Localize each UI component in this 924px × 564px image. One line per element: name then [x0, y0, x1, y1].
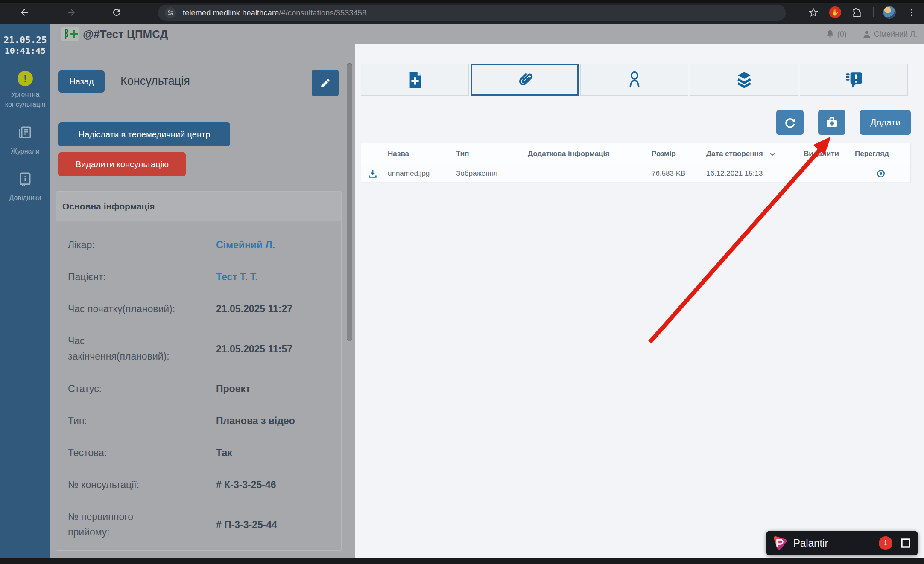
- camera-capture-button[interactable]: [818, 110, 845, 135]
- bookmark-star-icon[interactable]: [807, 6, 820, 19]
- attachments-panel: Додати Назва Тип Додаткова інформація Ро…: [355, 44, 924, 558]
- file-type: Зображення: [456, 169, 528, 178]
- sidebar-item-journals[interactable]: Журнали: [0, 124, 50, 156]
- adblock-extension-icon[interactable]: ✋: [829, 6, 841, 18]
- download-icon: [368, 169, 377, 178]
- browser-reload-icon[interactable]: [110, 6, 123, 19]
- browser-menu-icon[interactable]: [905, 6, 918, 19]
- paperclip-icon: [515, 70, 535, 90]
- browser-forward-icon[interactable]: [65, 6, 78, 19]
- pencil-icon: [320, 78, 331, 89]
- organization-name: @#Тест ЦПМСД: [83, 28, 168, 41]
- organization-title[interactable]: @#Тест ЦПМСД: [61, 27, 168, 41]
- extensions-puzzle-icon[interactable]: [851, 6, 863, 19]
- field-primary-visit-number: № первинного прийому: # П-3-3-25-44: [68, 501, 341, 549]
- field-consultation-number: № консультації: # К-3-3-25-46: [68, 469, 341, 501]
- add-attachment-button[interactable]: Додати: [860, 110, 911, 135]
- browser-toolbar: telemed.medlink.healthcare/#/consultatio…: [0, 0, 924, 24]
- sidebar-item-handbooks[interactable]: Довідники: [0, 171, 50, 203]
- user-icon: [862, 29, 871, 39]
- user-name: Сімейний Л.: [874, 30, 917, 39]
- edit-button[interactable]: [312, 70, 339, 96]
- urgent-exclamation-icon: !: [18, 71, 33, 86]
- medical-document-icon: [406, 70, 424, 90]
- sidebar-item-urgent-consultation[interactable]: ! Ургентна консультація: [0, 71, 50, 109]
- palantir-widget[interactable]: Palantir 1: [766, 531, 918, 555]
- eye-icon: [876, 169, 886, 178]
- file-created: 16.12.2021 15:13: [706, 169, 804, 178]
- tab-medical-document[interactable]: [361, 64, 469, 96]
- medical-org-icon: [61, 27, 79, 41]
- field-value: # К-3-3-25-46: [216, 479, 276, 491]
- window-bottom-edge: [0, 558, 924, 564]
- field-value-link[interactable]: Тест Т. Т.: [216, 271, 258, 283]
- url-text: telemed.medlink.healthcare/#/consultatio…: [183, 9, 366, 17]
- field-doctor: Лікар: Сімейний Л.: [68, 229, 341, 261]
- sort-desc-icon: [769, 151, 776, 157]
- col-extra[interactable]: Додаткова інформація: [528, 150, 652, 158]
- browser-back-icon[interactable]: [18, 6, 31, 19]
- handbook-icon: [17, 171, 34, 189]
- main-info-card: Основна інформація Лікар: Сімейний Л. Па…: [56, 191, 342, 551]
- download-file-button[interactable]: [361, 169, 388, 178]
- toolbar-divider: [873, 7, 874, 17]
- journals-icon: [17, 124, 34, 143]
- app-sidebar: 21.05.25 10:41:45 ! Ургентна консультаці…: [0, 24, 50, 558]
- back-button[interactable]: Назад: [58, 70, 105, 93]
- file-size: 76.583 KB: [652, 169, 706, 178]
- palantir-badge: 1: [879, 536, 892, 550]
- field-label: Час закінчення(плановий):: [68, 334, 216, 364]
- site-info-icon[interactable]: [165, 7, 176, 18]
- attachments-toolbar: Додати: [776, 110, 911, 135]
- attachment-row: unnamed.jpg Зображення 76.583 KB 16.12.2…: [361, 165, 910, 183]
- table-header-row: Назва Тип Додаткова інформація Розмір Да…: [361, 143, 910, 165]
- field-start-time: Час початку(плановий): 21.05.2025 11:27: [68, 293, 341, 325]
- field-value: 21.05.2025 11:57: [216, 343, 292, 355]
- col-created[interactable]: Дата створення: [706, 150, 804, 158]
- app-window: telemed.medlink.healthcare/#/consultatio…: [0, 0, 924, 564]
- delete-consultation-button[interactable]: Видалити консультацію: [58, 152, 186, 176]
- tab-layers[interactable]: [690, 64, 798, 96]
- consultation-panel: Назад Консультація Надіслати в телемедич…: [50, 44, 355, 558]
- view-file-button[interactable]: [855, 169, 910, 178]
- col-name[interactable]: Назва: [388, 150, 456, 158]
- palantir-name: Palantir: [793, 537, 828, 549]
- page-scrollbar[interactable]: [346, 44, 353, 558]
- maximize-icon[interactable]: [900, 538, 911, 549]
- field-value: 21.05.2025 11:27: [216, 303, 292, 315]
- profile-avatar[interactable]: [883, 6, 896, 19]
- field-status: Статус: Проект: [68, 373, 341, 405]
- section-title: Основна інформація: [56, 192, 341, 221]
- person-icon: [625, 70, 644, 90]
- clock-time: 10:41:45: [0, 46, 50, 56]
- palantir-logo-icon: [771, 535, 788, 552]
- sidebar-item-label: Довідники: [9, 193, 41, 203]
- scrollbar-thumb[interactable]: [347, 63, 352, 341]
- field-value-link[interactable]: Сімейний Л.: [216, 239, 275, 251]
- tab-messages[interactable]: [800, 64, 908, 96]
- current-user[interactable]: Сімейний Л.: [862, 29, 917, 39]
- browser-address-bar[interactable]: telemed.medlink.healthcare/#/consultatio…: [158, 5, 786, 21]
- col-view: Перегляд: [855, 150, 910, 158]
- col-delete: Видалити: [804, 150, 855, 158]
- tab-attachments[interactable]: [471, 64, 579, 96]
- bell-icon: [825, 29, 835, 39]
- notifications-bell[interactable]: (0): [825, 29, 847, 39]
- window-top-edge: [0, 0, 924, 3]
- layers-icon: [734, 70, 754, 90]
- field-label: № консультації:: [68, 477, 216, 493]
- send-to-telemed-center-button[interactable]: Надіслати в телемедичний центр: [58, 122, 230, 146]
- sidebar-clock: 21.05.25 10:41:45: [0, 24, 50, 56]
- field-test: Тестова: Так: [68, 437, 341, 469]
- col-size[interactable]: Розмір: [652, 150, 706, 158]
- file-name[interactable]: unnamed.jpg: [388, 169, 456, 178]
- field-label: Час початку(плановий):: [68, 302, 216, 317]
- col-type[interactable]: Тип: [456, 150, 528, 158]
- field-value: # П-3-3-25-44: [216, 519, 277, 531]
- field-type: Тип: Планова з відео: [68, 405, 341, 437]
- tab-patient[interactable]: [580, 64, 688, 96]
- refresh-button[interactable]: [776, 110, 804, 135]
- field-value: Проект: [216, 383, 250, 395]
- sidebar-item-label: Ургентна консультація: [0, 90, 50, 109]
- field-value: Так: [216, 447, 232, 459]
